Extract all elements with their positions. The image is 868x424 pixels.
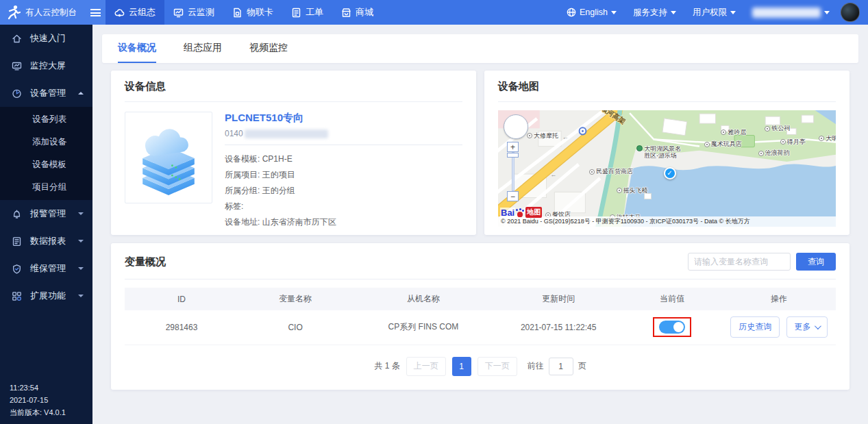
- map-poi: 大明湖摄: [819, 134, 836, 143]
- nav-work-order[interactable]: 工单: [282, 0, 332, 25]
- variable-search-input[interactable]: [688, 253, 791, 271]
- cell-actions: 历史查询 更多: [722, 310, 836, 345]
- scenic-poi-icon: [636, 145, 643, 151]
- sidebar-item-monitor-screen[interactable]: 监控大屏: [0, 52, 92, 79]
- tab-device-overview[interactable]: 设备概况: [118, 34, 156, 63]
- col-slave-name: 从机名称: [352, 288, 495, 310]
- support-dropdown[interactable]: 服务支持: [628, 7, 682, 18]
- table-header-row: ID 变量名称 从机名称 更新时间 当前值 操作: [125, 288, 836, 310]
- main-content: 设备概况 组态应用 视频监控 设备信息: [92, 25, 868, 424]
- sidebar-item-device-management[interactable]: 设备管理: [0, 79, 92, 107]
- device-field-project: 所属项目: 王的项目: [225, 167, 462, 183]
- sidebar-item-project-group[interactable]: 项目分组: [0, 176, 92, 199]
- zoom-in-button[interactable]: [507, 142, 519, 152]
- history-query-button[interactable]: 历史查询: [730, 316, 780, 338]
- storefront-icon: [341, 8, 351, 18]
- sidebar: 快速入门 监控大屏 设备管理 设备列表 添加设备 设备模板 项目分组 报警管理 …: [0, 25, 92, 424]
- cell-update-time: 2021-07-15 11:22:45: [495, 310, 623, 345]
- page-number-1[interactable]: 1: [452, 357, 471, 376]
- nav-mall[interactable]: 商城: [332, 0, 382, 25]
- chevron-down-icon: [78, 295, 84, 297]
- pan-right-icon: [519, 124, 525, 129]
- chevron-down-icon: [730, 11, 736, 14]
- sidebar-item-add-device[interactable]: 添加设备: [0, 131, 92, 153]
- sidebar-item-maintenance[interactable]: 维保管理: [0, 255, 92, 282]
- baidu-paw-icon: [516, 209, 525, 218]
- sidebar-item-data-report[interactable]: 数据报表: [0, 227, 92, 255]
- sim-card-icon: [232, 8, 243, 18]
- device-info-title: 设备信息: [125, 80, 462, 102]
- value-toggle[interactable]: [659, 321, 685, 334]
- device-map-card: 设备地图: [484, 71, 850, 235]
- goto-label: 前往: [528, 360, 544, 372]
- sidebar-label: 扩展功能: [30, 290, 66, 302]
- nav-label: 商城: [356, 6, 373, 18]
- variables-title: 变量概况: [125, 255, 166, 269]
- map-poi: 铁公祠: [765, 124, 790, 133]
- device-field-group: 所属分组: 王的分组: [225, 183, 462, 199]
- baidu-map[interactable]: ← ← 顺河高架 大修摩托 民盛百货商店 大明湖风景名胜区-游乐场 摇头飞椅 旋…: [498, 110, 836, 227]
- top-navbar: 有人云控制台 云组态 云监测 物联卡 工单 商城: [0, 0, 868, 25]
- monitor-chart-icon: [173, 8, 184, 18]
- nav-label: 物联卡: [247, 6, 273, 18]
- home-icon: [12, 34, 22, 44]
- big-screen-icon: [12, 61, 22, 71]
- baidu-logo-map-text: 地图: [525, 207, 542, 218]
- sidebar-item-device-list[interactable]: 设备列表: [0, 108, 92, 131]
- map-poi: 民盛百货商店: [589, 167, 633, 176]
- device-name[interactable]: PLCNET510专向: [225, 112, 462, 125]
- nav-cloud-monitor[interactable]: 云监测: [164, 0, 223, 25]
- report-icon: [12, 236, 22, 247]
- poi-icon: [765, 126, 770, 132]
- sidebar-item-extensions[interactable]: 扩展功能: [0, 282, 92, 310]
- pan-left-icon: [507, 124, 512, 129]
- map-poi: 大修摩托: [527, 132, 558, 140]
- globe-icon: [567, 8, 576, 17]
- prev-page-button[interactable]: 上一页: [406, 357, 446, 376]
- map-attribution: © 2021 Baidu - GS(2019)5218号 - 甲测资字11009…: [498, 216, 836, 227]
- poi-icon: [704, 142, 710, 147]
- sidebar-label: 维保管理: [30, 262, 66, 275]
- nav-cloud-scada[interactable]: 云组态: [106, 0, 164, 25]
- col-update-time: 更新时间: [495, 288, 623, 310]
- chevron-down-icon: [611, 11, 617, 14]
- search-button[interactable]: 查询: [796, 253, 836, 271]
- tab-video-monitor[interactable]: 视频监控: [249, 34, 288, 63]
- next-page-button[interactable]: 下一页: [478, 357, 517, 376]
- cell-slave-name: CP系列 FINS COM: [352, 310, 495, 345]
- device-location-marker[interactable]: [664, 167, 676, 179]
- language-dropdown[interactable]: English: [561, 8, 622, 17]
- cloud-icon: [114, 8, 125, 18]
- cell-variable-name: CIO: [238, 310, 352, 345]
- device-id-redacted: [245, 129, 328, 138]
- pan-up-icon: [513, 118, 519, 123]
- chevron-down-icon: [78, 267, 84, 270]
- language-label: English: [580, 8, 608, 17]
- cloud-server-illustration: [132, 118, 206, 197]
- sidebar-label: 设备管理: [30, 87, 66, 99]
- tab-bar: 设备概况 组态应用 视频监控: [102, 34, 858, 63]
- sidebar-item-alarm-management[interactable]: 报警管理: [0, 200, 92, 227]
- zoom-slider-handle[interactable]: [507, 153, 519, 158]
- clock-date: 2021-07-15: [10, 394, 66, 406]
- sidebar-item-device-template[interactable]: 设备模板: [0, 153, 92, 176]
- clock-time: 11:23:54: [10, 382, 66, 394]
- zoom-out-button[interactable]: [507, 191, 519, 201]
- permission-dropdown[interactable]: 用户权限: [687, 7, 741, 18]
- map-pan-control[interactable]: [504, 114, 528, 139]
- hamburger-menu-icon[interactable]: [85, 0, 106, 25]
- tab-scada-app[interactable]: 组态应用: [184, 34, 222, 63]
- highlight-annotation-box: [653, 317, 691, 337]
- nav-iot-sim[interactable]: 物联卡: [223, 0, 282, 25]
- account-dropdown[interactable]: [747, 8, 835, 18]
- more-dropdown-button[interactable]: 更多: [786, 316, 828, 338]
- goto-page-input[interactable]: [549, 358, 573, 375]
- device-id-row: 0140: [225, 129, 462, 145]
- zoom-slider-track[interactable]: [512, 152, 514, 191]
- col-id: ID: [125, 288, 238, 310]
- avatar[interactable]: [841, 3, 860, 22]
- poi-icon: [819, 136, 824, 141]
- sidebar-item-quick-start[interactable]: 快速入门: [0, 25, 92, 52]
- app-logo[interactable]: 有人云控制台: [0, 0, 85, 25]
- usr-runner-logo-icon: [7, 5, 21, 20]
